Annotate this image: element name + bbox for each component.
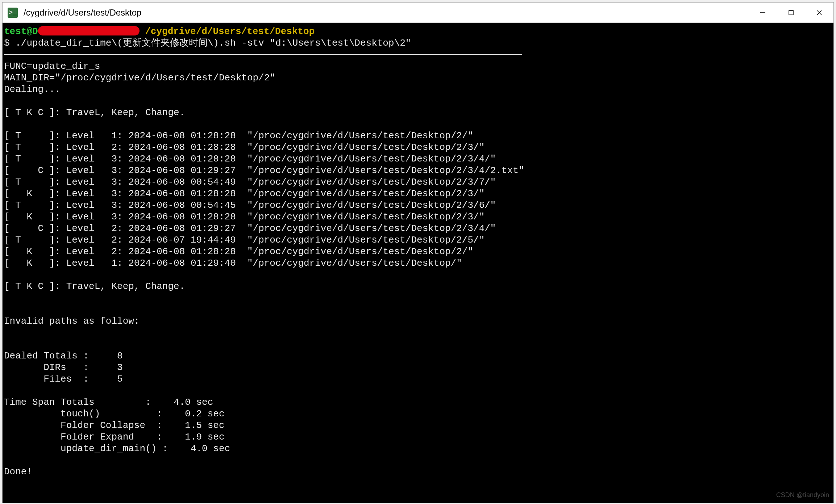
terminal-body[interactable]: test@D /cygdrive/d/Users/test/Desktop $ …: [3, 23, 833, 503]
done-text: Done!: [4, 466, 32, 477]
legend-bottom: [ T K C ]: TraveL, Keep, Change.: [4, 281, 185, 292]
titlebar[interactable]: >_ /cygdrive/d/Users/test/Desktop: [3, 3, 833, 23]
output-maindir: MAIN_DIR="/proc/cygdrive/d/Users/test/De…: [4, 72, 275, 83]
summary-dealed: Dealed Totals : 8: [4, 350, 123, 361]
minimize-button[interactable]: [749, 3, 777, 22]
terminal-window: >_ /cygdrive/d/Users/test/Desktop test@D…: [2, 2, 834, 503]
row-6: [ T ]: Level 3: 2024-06-08 00:54:45 "/pr…: [4, 200, 496, 211]
app-icon: >_: [8, 8, 18, 18]
timing-main: update_dir_main() : 4.0 sec: [4, 443, 230, 454]
row-4: [ T ]: Level 3: 2024-06-08 00:54:49 "/pr…: [4, 177, 496, 188]
window-title: /cygdrive/d/Users/test/Desktop: [24, 8, 749, 18]
command-text: ./update_dir_time\(更新文件夹修改时间\).sh -stv "…: [15, 38, 411, 49]
row-3: [ C ]: Level 3: 2024-06-08 01:29:27 "/pr…: [4, 165, 524, 176]
row-1: [ T ]: Level 2: 2024-06-08 01:28:28 "/pr…: [4, 142, 484, 153]
prompt-path: /cygdrive/d/Users/test/Desktop: [145, 26, 315, 37]
minimize-icon: [760, 9, 766, 16]
row-9: [ T ]: Level 2: 2024-06-07 19:44:49 "/pr…: [4, 235, 484, 245]
row-8: [ C ]: Level 2: 2024-06-08 01:29:27 "/pr…: [4, 223, 496, 234]
prompt-user: test@D: [4, 26, 38, 37]
close-button[interactable]: [805, 3, 833, 22]
row-7: [ K ]: Level 3: 2024-06-08 01:28:28 "/pr…: [4, 211, 484, 222]
timing-touch: touch() : 0.2 sec: [4, 408, 225, 419]
summary-files: Files : 5: [4, 374, 123, 385]
timing-expand: Folder Expand : 1.9 sec: [4, 432, 225, 442]
output-dealing: Dealing...: [4, 84, 61, 95]
svg-rect-1: [789, 10, 793, 15]
legend-top: [ T K C ]: TraveL, Keep, Change.: [4, 107, 185, 118]
maximize-button[interactable]: [777, 3, 805, 22]
row-2: [ T ]: Level 3: 2024-06-08 01:28:28 "/pr…: [4, 154, 496, 164]
timing-collapse: Folder Collapse : 1.5 sec: [4, 420, 225, 431]
close-icon: [816, 9, 823, 16]
row-10: [ K ]: Level 2: 2024-06-08 01:28:28 "/pr…: [4, 246, 473, 257]
maximize-icon: [788, 9, 794, 16]
timing-total: Time Span Totals : 4.0 sec: [4, 397, 213, 408]
watermark: CSDN @tiandyoin: [776, 489, 829, 501]
row-0: [ T ]: Level 1: 2024-06-08 01:28:28 "/pr…: [4, 130, 473, 141]
redacted-hostname: [38, 26, 140, 35]
terminal-icon: >_: [9, 9, 17, 16]
prompt-symbol: $: [4, 38, 15, 49]
invalid-paths: Invalid paths as follow:: [4, 316, 140, 327]
window-controls: [749, 3, 833, 22]
row-5: [ K ]: Level 3: 2024-06-08 01:28:28 "/pr…: [4, 188, 484, 199]
separator-line: [4, 54, 522, 55]
summary-dirs: DIRs : 3: [4, 362, 123, 373]
output-func: FUNC=update_dir_s: [4, 61, 100, 72]
row-11: [ K ]: Level 1: 2024-06-08 01:29:40 "/pr…: [4, 258, 462, 269]
